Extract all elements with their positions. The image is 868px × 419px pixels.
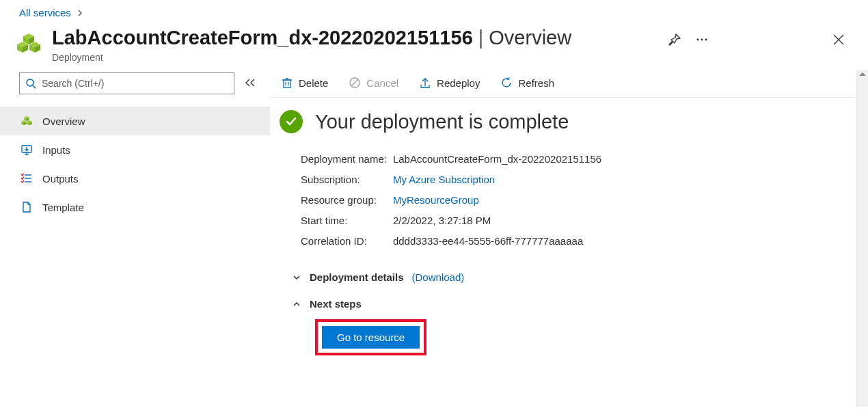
detail-row-deployment-name: Deployment name: LabAccountCreateForm_dx… xyxy=(300,150,602,169)
document-icon xyxy=(21,201,33,213)
section-title: Next steps xyxy=(310,298,362,310)
command-bar: Delete Cancel Redeploy Refresh xyxy=(270,70,868,98)
detail-label: Correlation ID: xyxy=(300,232,391,251)
svg-point-9 xyxy=(697,39,699,41)
detail-label: Deployment name: xyxy=(300,150,391,169)
svg-line-15 xyxy=(33,85,36,88)
detail-value: 2/2/2022, 3:27:18 PM xyxy=(392,211,602,230)
detail-label: Resource group: xyxy=(300,191,391,210)
delete-button[interactable]: Delete xyxy=(280,75,329,90)
resource-subtitle: Deployment xyxy=(52,52,668,63)
more-button[interactable] xyxy=(696,38,708,42)
success-check-icon xyxy=(280,110,303,133)
page-type: Overview xyxy=(489,27,571,49)
resource-title: LabAccountCreateForm_dx-20220202151156 xyxy=(52,27,473,49)
section-title: Deployment details xyxy=(310,271,404,283)
detail-label: Subscription: xyxy=(300,170,391,189)
detail-label: Start time: xyxy=(300,211,391,230)
section-deployment-details[interactable]: Deployment details (Download) xyxy=(280,271,858,283)
nav-item-inputs[interactable]: Inputs xyxy=(0,135,270,164)
deployment-details-table: Deployment name: LabAccountCreateForm_dx… xyxy=(280,148,603,252)
search-input[interactable] xyxy=(40,77,228,90)
chevron-right-icon xyxy=(77,10,83,16)
nav-item-overview[interactable]: Overview xyxy=(0,107,270,135)
trash-icon xyxy=(281,77,293,89)
main-content: Delete Cancel Redeploy Refresh Your depl… xyxy=(270,70,868,407)
svg-point-10 xyxy=(701,39,703,41)
nav-label: Outputs xyxy=(42,173,79,185)
search-icon xyxy=(25,78,36,89)
detail-row-resource-group: Resource group: MyResourceGroup xyxy=(300,191,602,210)
title-separator: | xyxy=(478,27,484,49)
list-check-icon xyxy=(21,172,33,185)
breadcrumb-item-all-services[interactable]: All services xyxy=(19,7,71,18)
search-input-wrapper[interactable] xyxy=(19,72,234,94)
svg-point-11 xyxy=(705,39,707,41)
go-to-resource-button[interactable]: Go to resource xyxy=(322,326,420,349)
detail-value: dddd3333-ee44-5555-66ff-777777aaaaaa xyxy=(392,232,602,251)
nav-label: Overview xyxy=(42,116,85,127)
chevron-down-icon xyxy=(292,273,301,282)
tool-label: Refresh xyxy=(518,77,554,89)
nav-item-outputs[interactable]: Outputs xyxy=(0,164,270,193)
breadcrumb: All services xyxy=(0,0,868,23)
pin-button[interactable] xyxy=(668,33,681,46)
ban-icon xyxy=(349,77,361,89)
nav-list: Overview Inputs xyxy=(0,107,270,221)
nav-label: Template xyxy=(42,202,84,213)
detail-row-start-time: Start time: 2/2/2022, 3:27:18 PM xyxy=(300,211,602,230)
tool-label: Cancel xyxy=(366,77,398,89)
nav-label: Inputs xyxy=(42,144,70,156)
close-button[interactable] xyxy=(832,33,845,46)
subscription-link[interactable]: My Azure Subscription xyxy=(393,174,495,185)
highlight-box: Go to resource xyxy=(315,319,426,355)
monitor-down-icon xyxy=(21,144,33,156)
scrollbar[interactable] xyxy=(856,70,868,407)
cancel-button: Cancel xyxy=(347,75,400,90)
upload-icon xyxy=(419,77,431,89)
resource-group-link[interactable]: MyResourceGroup xyxy=(393,194,479,206)
tool-label: Redeploy xyxy=(437,77,480,89)
detail-row-correlation-id: Correlation ID: dddd3333-ee44-5555-66ff-… xyxy=(300,232,602,251)
status-row: Your deployment is complete xyxy=(280,110,858,133)
svg-rect-32 xyxy=(284,80,290,87)
detail-row-subscription: Subscription: My Azure Subscription xyxy=(300,170,602,189)
scrollbar-up-arrow-icon[interactable] xyxy=(859,72,866,76)
refresh-button[interactable]: Refresh xyxy=(499,75,556,90)
chevron-up-icon xyxy=(292,299,301,309)
deployment-resource-icon xyxy=(15,27,42,57)
cubes-icon xyxy=(21,115,33,127)
section-next-steps[interactable]: Next steps xyxy=(280,298,858,310)
page-header: LabAccountCreateForm_dx-20220202151156 |… xyxy=(0,23,868,70)
download-link[interactable]: (Download) xyxy=(412,271,465,283)
nav-item-template[interactable]: Template xyxy=(0,193,270,221)
sidebar: Overview Inputs xyxy=(0,70,270,407)
tool-label: Delete xyxy=(299,77,328,89)
redeploy-button[interactable]: Redeploy xyxy=(418,75,481,90)
status-title: Your deployment is complete xyxy=(315,111,569,133)
svg-line-38 xyxy=(351,79,358,86)
detail-value: LabAccountCreateForm_dx-20220202151156 xyxy=(392,150,602,169)
svg-point-14 xyxy=(27,79,33,86)
collapse-sidebar-button[interactable] xyxy=(244,78,256,90)
refresh-icon xyxy=(500,77,513,89)
